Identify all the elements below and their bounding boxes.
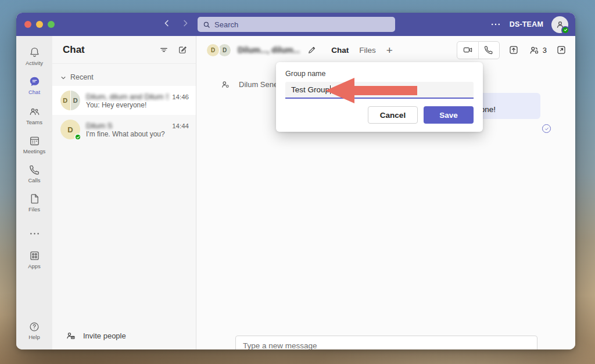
pop-out-icon <box>555 44 567 56</box>
video-call-button[interactable] <box>457 42 478 59</box>
zoom-window-button[interactable] <box>48 21 55 28</box>
recent-section-header[interactable]: Recent <box>52 64 196 86</box>
pop-out-chat-button[interactable] <box>555 44 567 56</box>
calendar-icon <box>28 135 41 147</box>
sidebar-item-activity[interactable]: Activity <box>16 43 52 70</box>
chat-timestamp: 14:46 <box>172 93 189 100</box>
apps-grid-icon <box>28 250 41 262</box>
chat-timestamp: 14:44 <box>172 122 189 129</box>
account-name: DS-TEAM <box>510 20 543 28</box>
more-options-icon[interactable] <box>490 19 501 30</box>
tab-files[interactable]: Files <box>359 46 376 55</box>
conversation-header: D D Dilum..., dilum... Chat Files + <box>196 36 575 64</box>
participants-button[interactable]: 3 <box>528 44 547 56</box>
audio-call-button[interactable] <box>478 42 499 59</box>
participant-count: 3 <box>543 46 547 55</box>
share-screen-icon <box>508 44 519 56</box>
panel-title: Chat <box>63 44 159 56</box>
available-status-icon <box>561 26 569 34</box>
macos-window-controls <box>24 21 55 28</box>
help-icon <box>28 321 40 333</box>
teams-window: DS-TEAM Activity <box>16 13 575 349</box>
sidebar-item-chat[interactable]: Chat <box>16 72 52 99</box>
search-input[interactable] <box>214 20 390 29</box>
back-icon[interactable] <box>162 18 172 28</box>
title-bar: DS-TEAM <box>16 13 575 36</box>
person-added-icon <box>220 79 231 90</box>
system-message: Dilum Senevi <box>220 79 284 90</box>
desktop-wallpaper: DS-TEAM Activity <box>0 0 595 364</box>
video-camera-icon <box>463 45 473 55</box>
add-tab-button[interactable]: + <box>386 45 393 56</box>
annotation-arrow <box>324 77 418 104</box>
bell-icon <box>28 46 41 59</box>
chevron-down-icon <box>60 74 66 80</box>
message-compose-box[interactable] <box>235 336 537 349</box>
sidebar-item-more[interactable] <box>16 226 52 240</box>
cancel-button[interactable]: Cancel <box>368 106 418 124</box>
document-icon <box>28 193 41 205</box>
chat-preview: You: Hey everyone! <box>86 101 189 109</box>
minimize-window-button[interactable] <box>36 21 43 28</box>
new-message-input[interactable] <box>243 341 530 350</box>
ellipsis-icon <box>28 228 41 240</box>
chat-bubble-icon <box>28 75 41 88</box>
forward-icon[interactable] <box>180 18 191 28</box>
close-window-button[interactable] <box>24 21 31 28</box>
share-content-button[interactable] <box>508 44 520 56</box>
save-button[interactable]: Save <box>424 106 474 124</box>
available-status-icon <box>74 134 81 140</box>
sidebar-item-meetings[interactable]: Meetings <box>16 131 52 158</box>
search-bar[interactable] <box>198 17 395 32</box>
sidebar-item-teams[interactable]: Teams <box>16 102 52 129</box>
person-avatar: D <box>60 120 80 139</box>
chat-list-item-group[interactable]: D D Dilum, dilum and Dilum S 14:46 You: … <box>52 86 196 115</box>
app-rail: Activity Chat Teams Meetings <box>16 36 52 349</box>
group-avatar: D D <box>60 91 80 110</box>
sidebar-item-help[interactable]: Help <box>16 317 52 344</box>
tab-chat[interactable]: Chat <box>331 46 349 55</box>
search-icon <box>202 20 211 29</box>
sidebar-item-apps[interactable]: Apps <box>16 246 52 273</box>
invite-person-icon <box>65 330 76 341</box>
chat-list-panel: Chat Recent D D <box>52 36 196 349</box>
profile-avatar[interactable] <box>551 16 568 33</box>
group-avatar: D D <box>206 43 232 57</box>
chat-list-item-person[interactable]: D Dilum S 14:44 I'm fine. What about you… <box>52 115 196 144</box>
new-chat-icon[interactable] <box>177 45 188 55</box>
edit-group-name-icon[interactable] <box>307 45 317 55</box>
redacted-group-name: Dilum..., dilum... <box>238 45 300 55</box>
redacted-chat-name: Dilum S <box>86 121 169 130</box>
chat-preview: I'm fine. What about you? <box>86 130 189 138</box>
read-receipt-icon <box>542 124 551 133</box>
phone-icon <box>483 45 494 55</box>
add-people-icon <box>528 44 540 56</box>
teams-people-icon <box>28 106 41 118</box>
sidebar-item-calls[interactable]: Calls <box>16 160 52 187</box>
sidebar-item-files[interactable]: Files <box>16 189 52 216</box>
redacted-chat-name: Dilum, dilum and Dilum S <box>86 92 169 101</box>
filter-icon[interactable] <box>159 45 169 55</box>
invite-people-button[interactable]: Invite people <box>52 322 196 349</box>
phone-icon <box>28 164 41 176</box>
